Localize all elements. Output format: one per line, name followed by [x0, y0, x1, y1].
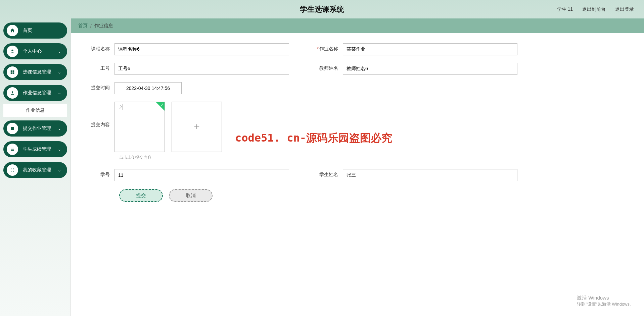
breadcrumb-current: 作业信息 — [94, 23, 113, 29]
svg-rect-3 — [11, 72, 12, 74]
chevron-down-icon: ⌄ — [58, 49, 61, 54]
plus-icon: + — [194, 121, 200, 133]
svg-rect-4 — [13, 72, 14, 74]
nav-label: 个人中心 — [23, 48, 42, 54]
input-student-name[interactable] — [343, 169, 517, 181]
check-icon: ✓ — [160, 102, 164, 107]
book-icon — [7, 123, 18, 134]
input-teacher-name[interactable] — [343, 63, 517, 75]
app-title: 学生选课系统 — [300, 4, 344, 14]
svg-point-10 — [11, 168, 11, 169]
nav-label: 学生成绩管理 — [23, 146, 51, 152]
list-icon — [7, 144, 18, 155]
svg-rect-6 — [11, 127, 14, 130]
svg-point-13 — [13, 171, 14, 171]
svg-point-0 — [11, 50, 13, 51]
label-course-name: 课程名称 — [81, 43, 114, 52]
nav-label: 作业信息管理 — [23, 90, 51, 96]
label-submit-time: 提交时间 — [81, 82, 114, 91]
nav-homework[interactable]: 作业信息管理 ⌄ — [3, 85, 67, 101]
cancel-button[interactable]: 取消 — [169, 189, 213, 202]
svg-rect-8 — [11, 149, 14, 149]
nav-label: 提交作业管理 — [23, 125, 51, 131]
label-student-no: 学号 — [81, 169, 114, 178]
user-label[interactable]: 学生 11 — [557, 6, 573, 12]
subnav-homework-info[interactable]: 作业信息 — [3, 104, 67, 117]
svg-rect-7 — [11, 148, 14, 148]
nav-profile[interactable]: 个人中心 ⌄ — [3, 43, 67, 59]
logout-link[interactable]: 退出登录 — [615, 6, 634, 12]
svg-rect-5 — [11, 94, 14, 95]
activate-title: 激活 Windows — [577, 295, 634, 301]
svg-point-12 — [11, 171, 11, 171]
nav-grades[interactable]: 学生成绩管理 ⌄ — [3, 141, 67, 157]
label-submit-content: 提交内容 — [81, 102, 114, 128]
main-panel: 首页 / 作业信息 课程名称 *作业名称 工号 — [71, 18, 644, 316]
chevron-down-icon: ⌄ — [58, 126, 61, 131]
activate-windows: 激活 Windows 转到"设置"以激活 Windows。 — [577, 295, 634, 307]
grid-icon — [7, 66, 18, 78]
chevron-down-icon: ⌄ — [58, 91, 61, 95]
star-icon — [7, 164, 18, 176]
broken-image-icon — [117, 104, 123, 110]
nav-label: 我的收藏管理 — [23, 167, 51, 173]
upload-thumb-1[interactable]: ✓ — [114, 102, 165, 152]
input-staff-no[interactable] — [114, 63, 289, 75]
breadcrumb-sep: / — [90, 23, 92, 29]
breadcrumb-root[interactable]: 首页 — [78, 23, 88, 29]
upload-hint: 点击上传提交内容 — [119, 155, 634, 160]
svg-rect-2 — [13, 70, 14, 72]
submit-button[interactable]: 提交 — [119, 189, 163, 202]
input-task-name[interactable] — [343, 43, 517, 55]
chevron-down-icon: ⌄ — [58, 70, 61, 74]
header-links: 学生 11 退出到前台 退出登录 — [557, 6, 634, 12]
label-student-name: 学生姓名 — [309, 169, 343, 178]
activate-sub: 转到"设置"以激活 Windows。 — [577, 301, 634, 307]
user-icon — [7, 46, 18, 57]
svg-rect-9 — [11, 150, 14, 151]
chevron-down-icon: ⌄ — [58, 147, 61, 152]
chevron-down-icon: ⌄ — [58, 168, 61, 172]
input-student-no[interactable] — [114, 169, 289, 181]
nav-submit-hw[interactable]: 提交作业管理 ⌄ — [3, 120, 67, 137]
sidebar: 首页 个人中心 ⌄ 选课信息管理 ⌄ 作业信息管理 ⌄ 作业信息 提交作业管理 … — [0, 18, 71, 316]
nav-course-select[interactable]: 选课信息管理 ⌄ — [3, 64, 67, 80]
nav-label: 选课信息管理 — [23, 69, 51, 75]
home-icon — [7, 25, 18, 36]
input-course-name[interactable] — [114, 43, 289, 55]
svg-point-11 — [13, 168, 14, 169]
breadcrumb: 首页 / 作业信息 — [71, 18, 644, 33]
label-staff-no: 工号 — [81, 63, 114, 71]
upload-icon — [7, 87, 18, 99]
nav-favorites[interactable]: 我的收藏管理 ⌄ — [3, 162, 67, 178]
upload-add[interactable]: + — [172, 102, 222, 152]
nav-home[interactable]: 首页 — [3, 22, 67, 39]
svg-rect-1 — [11, 70, 12, 72]
form: 课程名称 *作业名称 工号 教师姓名 — [71, 33, 644, 202]
input-submit-time[interactable] — [114, 82, 182, 94]
nav-label: 首页 — [23, 28, 32, 34]
header: 学生选课系统 学生 11 退出到前台 退出登录 — [0, 0, 644, 18]
label-teacher-name: 教师姓名 — [309, 63, 343, 71]
label-task-name: *作业名称 — [309, 43, 343, 52]
front-link[interactable]: 退出到前台 — [582, 6, 606, 12]
